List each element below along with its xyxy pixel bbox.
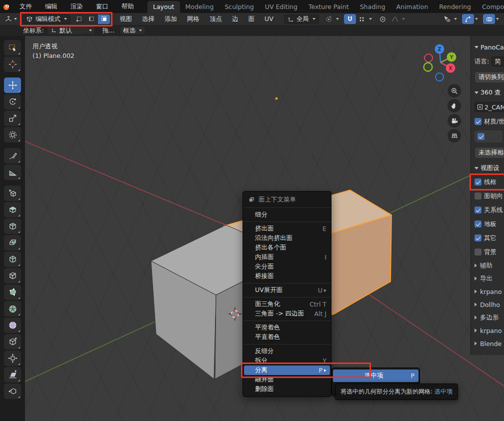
- tool-transform[interactable]: [4, 127, 21, 142]
- menu-item-3-0[interactable]: 面三角化Ctrl T: [243, 300, 331, 309]
- tool-spin[interactable]: [4, 301, 21, 316]
- topbar-menu-3[interactable]: 窗口: [90, 1, 114, 12]
- sidebar-row-15[interactable]: 辅助: [471, 259, 504, 272]
- menu-item-3-1[interactable]: 三角面 -> 四边面Alt J: [243, 309, 331, 318]
- menu-item-1-5[interactable]: 桥接面: [243, 272, 331, 281]
- workspace-tab-6[interactable]: Animation: [390, 1, 434, 13]
- menu-item-5-1[interactable]: 拆分Y: [243, 356, 331, 366]
- viewport-menu-4[interactable]: 顶点: [205, 14, 226, 25]
- sidebar-row-17[interactable]: krpano: [471, 285, 504, 298]
- sidebar-dropdown-1[interactable]: 简: [492, 56, 504, 66]
- tool-rotate[interactable]: [4, 94, 21, 110]
- viewport-menu-2[interactable]: 添加: [160, 14, 182, 25]
- tool-select-box[interactable]: [4, 40, 21, 56]
- sidebar-checkbox-5[interactable]: [474, 118, 482, 125]
- sidebar-row-0[interactable]: PanoCamA: [471, 40, 504, 54]
- chevron-down-icon[interactable]: [475, 18, 478, 20]
- sidebar-row-20[interactable]: krpano: [471, 324, 504, 337]
- workspace-tab-2[interactable]: Sculpting: [219, 1, 259, 13]
- menu-item-1-0[interactable]: 挤出面E: [243, 224, 331, 234]
- tool-extrude-region[interactable]: [4, 202, 21, 218]
- menu-item-4-1[interactable]: 平直着色: [243, 332, 331, 342]
- menu-item-5-4[interactable]: 删除面: [243, 384, 331, 394]
- menu-item-5-2[interactable]: 分离P: [244, 366, 330, 375]
- menu-item-4-0[interactable]: 平滑着色: [243, 323, 331, 332]
- menu-item-2-0[interactable]: UV展开面U: [243, 286, 331, 295]
- sidebar-checkbox-10[interactable]: [474, 192, 482, 200]
- workspace-tab-3[interactable]: UV Editing: [260, 1, 303, 13]
- chevron-down-icon[interactable]: [369, 18, 372, 20]
- vertex-select-button[interactable]: [73, 14, 85, 24]
- topbar-menu-4[interactable]: 帮助: [116, 1, 140, 12]
- topbar-menu-2[interactable]: 渲染: [65, 1, 88, 12]
- chevron-down-icon[interactable]: [402, 18, 405, 20]
- tool-add-cube[interactable]: [4, 186, 21, 201]
- chevron-down-icon[interactable]: [336, 18, 339, 20]
- sidebar-row-3[interactable]: 360 查: [471, 86, 504, 100]
- sidebar-checkbox-9[interactable]: [474, 178, 482, 186]
- sidebar-checkbox-14[interactable]: [474, 248, 482, 256]
- tool-measure[interactable]: [4, 164, 21, 180]
- object-visibility-button[interactable]: [441, 14, 453, 24]
- tool-smooth[interactable]: [4, 318, 21, 333]
- sidebar-row-16[interactable]: 导出: [471, 272, 504, 285]
- select-tool-dropdown[interactable]: 框选: [120, 26, 146, 35]
- topbar-menu-0[interactable]: 文件: [14, 1, 38, 12]
- sidebar-row-21[interactable]: Blende: [471, 337, 504, 350]
- edge-select-button[interactable]: [86, 14, 98, 24]
- pan-button[interactable]: [448, 99, 461, 112]
- coord-system-dropdown[interactable]: 默认: [47, 26, 96, 35]
- menu-item-5-0[interactable]: 反细分: [243, 346, 331, 356]
- toggle-ortho-button[interactable]: [448, 129, 461, 142]
- proportional-edit-button[interactable]: [377, 14, 389, 24]
- viewport-menu-0[interactable]: 视图: [115, 14, 136, 25]
- sidebar-object-dropdown[interactable]: 2_CAM: [474, 102, 504, 112]
- viewport-menu-1[interactable]: 选择: [138, 14, 159, 25]
- sidebar-row-8[interactable]: 视图设: [471, 161, 504, 175]
- workspace-tab-4[interactable]: Texture Paint: [303, 1, 354, 13]
- tool-shrink-fatten[interactable]: [4, 350, 21, 366]
- tool-inset-faces[interactable]: [4, 218, 21, 234]
- pivot-point-button[interactable]: [323, 14, 335, 24]
- chevron-down-icon[interactable]: [454, 18, 457, 20]
- tool-knife[interactable]: [4, 268, 21, 284]
- tool-cursor[interactable]: [4, 56, 21, 72]
- blender-logo-icon[interactable]: [0, 2, 13, 11]
- chevron-down-icon[interactable]: [496, 18, 499, 20]
- face-select-button[interactable]: [98, 14, 110, 24]
- workspace-tab-7[interactable]: Rendering: [434, 1, 476, 13]
- drag-label[interactable]: 拖...: [102, 26, 114, 35]
- sidebar-button-7[interactable]: 未选择相机: [474, 147, 504, 158]
- tool-annotate[interactable]: [4, 148, 21, 164]
- workspace-tab-8[interactable]: Compositing: [476, 1, 504, 13]
- menu-item-1-4[interactable]: 尖分面: [243, 262, 331, 272]
- viewport-menu-5[interactable]: 边: [228, 14, 243, 25]
- workspace-tab-0[interactable]: Layout: [148, 1, 180, 13]
- sidebar-row-19[interactable]: 多边形: [471, 311, 504, 324]
- tool-move[interactable]: [4, 78, 21, 93]
- tool-scale[interactable]: [4, 110, 21, 126]
- tool-loop-cut[interactable]: [4, 252, 21, 267]
- viewport-menu-7[interactable]: UV: [260, 14, 278, 25]
- menu-item-1-3[interactable]: 内插面I: [243, 252, 331, 262]
- editor-type-button[interactable]: [3, 14, 18, 24]
- tool-poly-build[interactable]: [4, 284, 21, 300]
- workspace-tab-1[interactable]: Modeling: [180, 1, 220, 13]
- gizmos-toggle-button[interactable]: [462, 14, 474, 24]
- tool-bevel[interactable]: [4, 235, 21, 250]
- tool-rip-region[interactable]: [4, 384, 21, 399]
- sidebar-checkbox-11[interactable]: [474, 206, 482, 214]
- workspace-tab-5[interactable]: Shading: [354, 1, 391, 13]
- camera-view-button[interactable]: [448, 114, 461, 128]
- sidebar-row-18[interactable]: Dollho: [471, 298, 504, 311]
- overlays-toggle-button[interactable]: [483, 14, 495, 24]
- tool-edge-slide[interactable]: [4, 334, 21, 350]
- submenu-item-0[interactable]: 选中项P: [333, 370, 418, 382]
- menu-item-1-2[interactable]: 挤出各个面: [243, 243, 331, 252]
- topbar-menu-1[interactable]: 编辑: [40, 1, 63, 12]
- menu-item-1-1[interactable]: 沿法向挤出面: [243, 234, 331, 243]
- orientation-dropdown[interactable]: 全局: [284, 14, 319, 24]
- sidebar-checkbox-12[interactable]: [474, 220, 482, 228]
- menu-item-5-3[interactable]: 融并面: [243, 375, 331, 384]
- gizmo-minus-x[interactable]: [424, 54, 432, 62]
